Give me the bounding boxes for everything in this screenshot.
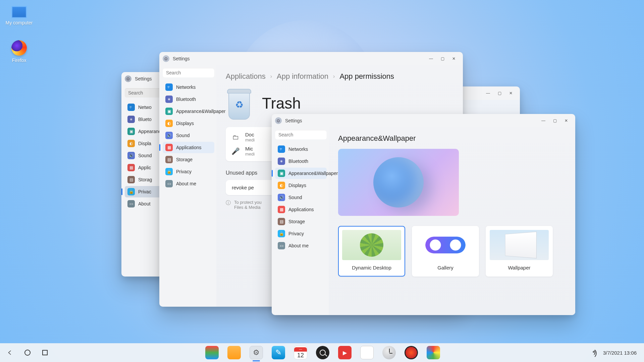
sidebar-search[interactable]: ⌕ <box>163 68 214 77</box>
display-icon: ◐ <box>127 140 135 147</box>
sidebar-item-privacy[interactable]: 🔒Privacy <box>163 166 214 177</box>
wallpaper-thumb <box>490 230 549 260</box>
info-icon: ▭ <box>278 242 285 249</box>
minimize-button[interactable]: — <box>425 54 437 64</box>
sidebar-item-storage[interactable]: ▤Storage <box>275 216 327 227</box>
desktop-icon-firefox[interactable]: Firefox <box>4 40 34 63</box>
breadcrumb-item-current: App permissions <box>339 72 394 81</box>
close-button[interactable]: ✕ <box>560 116 572 126</box>
nav-back-button[interactable] <box>6 349 14 357</box>
sidebar-search[interactable]: ⌕ <box>275 130 327 139</box>
bluetooth-icon: ∗ <box>127 116 135 123</box>
lock-icon: 🔒 <box>127 188 135 195</box>
sidebar-item-sound[interactable]: 🔊Sound <box>275 192 327 203</box>
apps-icon: ▦ <box>127 164 135 171</box>
storage-icon: ▤ <box>165 156 173 163</box>
taskbar-app-video[interactable] <box>338 346 352 359</box>
wallpaper-thumb <box>416 230 475 260</box>
sidebar-item-networks[interactable]: ᯤNetworks <box>163 81 214 93</box>
sidebar-item-about[interactable]: ▭About me <box>275 240 327 251</box>
sidebar-item-applications[interactable]: ▦Applications <box>275 204 327 215</box>
wallpaper-card-gallery[interactable]: Gallery <box>412 226 479 277</box>
maximize-button[interactable]: ▢ <box>494 88 505 98</box>
info-icon: ▭ <box>127 200 135 207</box>
settings-app-icon <box>275 117 282 124</box>
titlebar[interactable]: Settings — ▢ ✕ <box>272 114 575 127</box>
svg-point-0 <box>25 350 30 355</box>
window-title: Settings <box>285 118 302 123</box>
svg-rect-1 <box>43 350 47 355</box>
taskbar-app-calendar[interactable]: ―12 <box>294 346 307 359</box>
taskbar-app-calculator[interactable] <box>360 346 374 359</box>
app-title: Trash <box>262 94 301 112</box>
taskbar-app-files[interactable] <box>227 346 241 359</box>
appearance-icon: ▣ <box>165 108 173 115</box>
search-input[interactable] <box>166 70 225 75</box>
wallpaper-preview <box>338 149 459 216</box>
computer-icon <box>11 6 27 18</box>
close-button[interactable]: ✕ <box>505 88 517 98</box>
display-icon: ◐ <box>165 120 173 127</box>
taskbar-app-photos[interactable] <box>427 346 440 359</box>
apps-icon: ▦ <box>165 144 173 151</box>
taskbar-app-clock[interactable] <box>382 346 396 359</box>
sidebar-item-appearance[interactable]: ▣Appearance&Wallpaper <box>163 106 214 117</box>
sidebar-item-privacy[interactable]: 🔒Privacy <box>275 228 327 239</box>
storage-icon: ▤ <box>278 218 285 225</box>
breadcrumb-item[interactable]: App information <box>277 72 328 81</box>
display-icon: ◐ <box>278 182 285 189</box>
info-icon: ▭ <box>165 180 173 187</box>
bluetooth-icon: ∗ <box>165 96 173 103</box>
sidebar-item-bluetooth[interactable]: ∗Bluetooth <box>163 94 214 105</box>
taskbar-app-store[interactable] <box>205 346 219 359</box>
breadcrumb-item[interactable]: Applications <box>226 72 266 81</box>
apps-icon: ▦ <box>278 206 285 213</box>
storage-icon: ▤ <box>127 176 135 183</box>
taskbar-app-paint[interactable] <box>272 346 285 359</box>
wallpaper-thumb <box>342 230 401 260</box>
sidebar-item-displays[interactable]: ◐Displays <box>163 118 214 129</box>
sidebar-item-applications[interactable]: ▦Applications <box>163 142 214 153</box>
close-button[interactable]: ✕ <box>448 54 460 64</box>
sidebar-item-appearance[interactable]: ▣Appearance&Wallpaper <box>275 168 327 179</box>
taskbar-app-settings[interactable] <box>250 346 263 359</box>
window-title: Settings <box>135 76 152 81</box>
minimize-button[interactable]: — <box>538 116 549 126</box>
maximize-button[interactable]: ▢ <box>549 116 560 126</box>
sidebar-item-about[interactable]: ▭About me <box>163 178 214 189</box>
lock-icon: 🔒 <box>278 230 285 237</box>
chevron-right-icon: › <box>333 73 335 79</box>
breadcrumb: Applications › App information › App per… <box>226 72 453 81</box>
nav-home-button[interactable] <box>23 349 32 357</box>
desktop-icon-my-computer[interactable]: My computer <box>4 6 34 25</box>
sidebar-item-storage[interactable]: ▤Storage <box>163 154 214 165</box>
search-input[interactable] <box>278 132 337 137</box>
window-title: Settings <box>173 56 190 61</box>
wallpaper-card-label: Dynamic Desktop <box>352 265 391 273</box>
sidebar-item-bluetooth[interactable]: ∗Bluetooth <box>275 156 327 167</box>
wallpaper-card-wallpaper[interactable]: Wallpaper <box>486 226 553 277</box>
sound-icon: 🔊 <box>278 194 285 201</box>
sound-icon: 🔊 <box>165 132 173 139</box>
desktop-icon-label: My computer <box>4 20 34 25</box>
microphone-icon: 🎤 <box>231 147 240 156</box>
minimize-button[interactable]: — <box>482 88 494 98</box>
sidebar-item-displays[interactable]: ◐Displays <box>275 180 327 191</box>
settings-window-appearance[interactable]: Settings — ▢ ✕ ⌕ ᯤNetworks ∗Bluetooth ▣A… <box>272 114 575 315</box>
sidebar-item-sound[interactable]: 🔊Sound <box>163 130 214 141</box>
nav-recent-button[interactable] <box>41 349 49 357</box>
desktop-icon-label: Firefox <box>4 58 34 63</box>
taskbar-app-music[interactable] <box>405 346 418 359</box>
tray-wifi-icon[interactable] <box>593 350 599 356</box>
bluetooth-icon: ∗ <box>278 158 285 165</box>
taskbar-app-search[interactable] <box>316 346 329 359</box>
wifi-icon: ᯤ <box>278 145 285 153</box>
titlebar[interactable]: Settings — ▢ ✕ <box>159 52 463 65</box>
wallpaper-card-dynamic[interactable]: Dynamic Desktop <box>338 226 405 277</box>
maximize-button[interactable]: ▢ <box>437 54 448 64</box>
appearance-icon: ▣ <box>127 128 135 135</box>
info-icon: ⓘ <box>226 200 231 210</box>
sidebar-item-networks[interactable]: ᯤNetworks <box>275 143 327 155</box>
tray-datetime[interactable]: 3/7/2021 13:06 <box>603 350 637 356</box>
wallpaper-card-label: Wallpaper <box>508 265 531 273</box>
